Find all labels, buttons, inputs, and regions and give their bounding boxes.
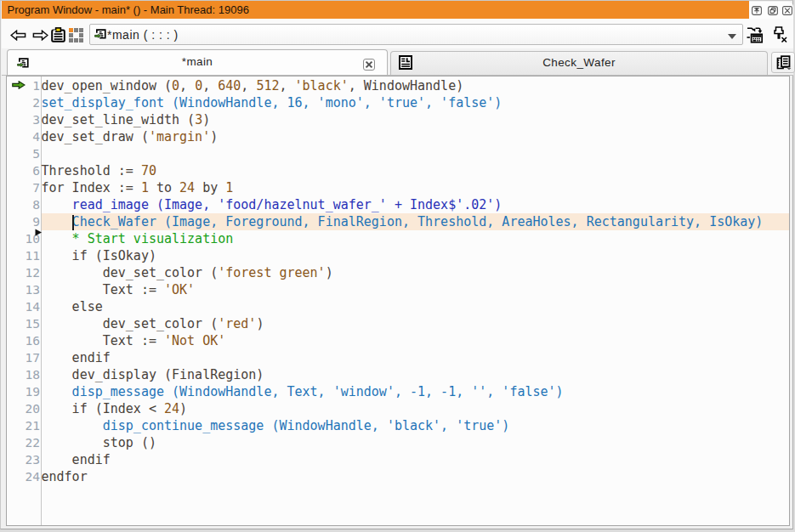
code-line-17[interactable]: 17 endif bbox=[7, 349, 789, 366]
code-line-text: Text := 'OK' bbox=[42, 281, 790, 298]
code-line-3[interactable]: 3dev_set_line_width (3) bbox=[7, 111, 789, 128]
code-line-21[interactable]: 21 disp_continue_message (WindowHandle, … bbox=[7, 417, 789, 434]
code-line-18[interactable]: 18 dev_display (FinalRegion) bbox=[7, 366, 789, 383]
toolbar: *main ( : : : ) bbox=[2, 19, 793, 48]
code-line-5[interactable]: 5 bbox=[7, 145, 789, 162]
titlebar[interactable]: Program Window - main* () - Main Thread:… bbox=[2, 1, 749, 19]
chevron-down-icon[interactable] bbox=[728, 34, 736, 39]
code-line-9[interactable]: 9 Check_Wafer (Image, Foreground, FinalR… bbox=[7, 213, 789, 230]
code-line-8[interactable]: 8 read_image (Image, 'food/hazelnut_wafe… bbox=[7, 196, 789, 213]
procedure-combobox[interactable]: *main ( : : : ) bbox=[89, 24, 743, 45]
code-line-7[interactable]: 7for Index := 1 to 24 by 1 bbox=[7, 179, 789, 196]
text-caret bbox=[72, 215, 74, 230]
line-number[interactable]: 7 bbox=[7, 179, 40, 196]
titlebar-buttons bbox=[749, 2, 793, 19]
code-line-20[interactable]: 20 if (Index < 24) bbox=[7, 400, 789, 417]
pin-icon bbox=[752, 6, 762, 15]
code-line-10[interactable]: 10 * Start visualization bbox=[7, 230, 789, 247]
line-number[interactable]: 11 bbox=[7, 247, 40, 264]
line-number[interactable]: 23 bbox=[7, 451, 40, 468]
unpin-button[interactable] bbox=[771, 26, 789, 43]
tab-check-wafer-label: Check_Wafer bbox=[391, 56, 767, 69]
code-line-text: Threshold := 70 bbox=[42, 162, 790, 179]
line-number[interactable]: 15 bbox=[7, 315, 40, 332]
code-line-2[interactable]: 2set_display_font (WindowHandle, 16, 'mo… bbox=[7, 94, 789, 111]
code-line-text: endif bbox=[42, 451, 790, 468]
line-number[interactable]: 8 bbox=[7, 196, 40, 213]
float-window-button[interactable] bbox=[768, 6, 778, 15]
code-line-4[interactable]: 4dev_set_draw ('margin') bbox=[7, 128, 789, 145]
code-line-11[interactable]: 11 if (IsOkay) bbox=[7, 247, 789, 264]
code-line-text: read_image (Image, 'food/hazelnut_wafer_… bbox=[42, 196, 790, 213]
line-number[interactable]: 22 bbox=[7, 434, 40, 451]
close-icon bbox=[782, 6, 792, 15]
line-number[interactable]: 9 bbox=[7, 213, 40, 230]
line-number[interactable]: 24 bbox=[7, 468, 40, 485]
code-line-16[interactable]: 16 Text := 'Not OK' bbox=[7, 332, 789, 349]
code-line-text: dev_display (FinalRegion) bbox=[42, 366, 790, 383]
code-line-text: endif bbox=[42, 349, 790, 366]
float-icon bbox=[768, 6, 778, 15]
tab-main[interactable]: *main bbox=[7, 49, 388, 76]
code-line-text: if (Index < 24) bbox=[42, 400, 790, 417]
code-line-text: dev_set_color ('red') bbox=[42, 315, 790, 332]
arrow-right-icon bbox=[32, 30, 48, 41]
code-line-12[interactable]: 12 dev_set_color ('forest green') bbox=[7, 264, 789, 281]
code-line-text: if (IsOkay) bbox=[42, 247, 790, 264]
clipboard-button[interactable] bbox=[51, 27, 65, 42]
code-line-text: endfor bbox=[42, 468, 790, 485]
transfer-to-window-icon bbox=[747, 26, 766, 43]
line-number[interactable]: 2 bbox=[7, 94, 40, 111]
tab-list-button[interactable] bbox=[771, 52, 795, 73]
transfer-window-button[interactable] bbox=[747, 26, 766, 43]
tab-close-button[interactable] bbox=[363, 59, 375, 71]
window-title: Program Window - main* () - Main Thread:… bbox=[8, 1, 249, 19]
insert-cursor-marker[interactable] bbox=[35, 229, 42, 236]
line-number[interactable]: 20 bbox=[7, 400, 40, 417]
line-number[interactable]: 17 bbox=[7, 349, 40, 366]
code-line-text: dev_open_window (0, 0, 640, 512, 'black'… bbox=[42, 77, 790, 94]
line-number[interactable]: 21 bbox=[7, 417, 40, 434]
line-number[interactable]: 16 bbox=[7, 332, 40, 349]
line-number[interactable]: 3 bbox=[7, 111, 40, 128]
grid-squares-icon bbox=[69, 28, 83, 42]
code-line-text: set_display_font (WindowHandle, 16, 'mon… bbox=[42, 94, 790, 111]
navigate-forward-button[interactable] bbox=[32, 30, 48, 41]
code-line-15[interactable]: 15 dev_set_color ('red') bbox=[7, 315, 789, 332]
pin-window-button[interactable] bbox=[752, 6, 762, 15]
code-line-1[interactable]: 1dev_open_window (0, 0, 640, 512, 'black… bbox=[7, 77, 789, 94]
grid-button[interactable] bbox=[69, 28, 83, 42]
line-number[interactable]: 6 bbox=[7, 162, 40, 179]
code-line-6[interactable]: 6Threshold := 70 bbox=[7, 162, 789, 179]
line-number[interactable]: 18 bbox=[7, 366, 40, 383]
code-line-text: for Index := 1 to 24 by 1 bbox=[42, 179, 790, 196]
tab-main-label: *main bbox=[8, 55, 387, 68]
code-line-19[interactable]: 19 disp_message (WindowHandle, Text, 'wi… bbox=[7, 383, 789, 400]
code-line-23[interactable]: 23 endif bbox=[7, 451, 789, 468]
line-number[interactable]: 19 bbox=[7, 383, 40, 400]
code-line-text: Text := 'Not OK' bbox=[42, 332, 790, 349]
navigate-back-button[interactable] bbox=[10, 30, 26, 41]
tab-check-wafer[interactable]: Check_Wafer bbox=[390, 51, 768, 76]
program-window: Program Window - main* () - Main Thread:… bbox=[0, 0, 793, 529]
line-number[interactable]: 14 bbox=[7, 298, 40, 315]
line-number[interactable]: 13 bbox=[7, 281, 40, 298]
code-line-13[interactable]: 13 Text := 'OK' bbox=[7, 281, 789, 298]
line-number[interactable]: 12 bbox=[7, 264, 40, 281]
line-number[interactable]: 5 bbox=[7, 145, 40, 162]
code-line-14[interactable]: 14 else bbox=[7, 298, 789, 315]
code-line-22[interactable]: 22 stop () bbox=[7, 434, 789, 451]
tabbar: *main Check_Wafer bbox=[2, 48, 793, 76]
code-line-24[interactable]: 24endfor bbox=[7, 468, 789, 485]
code-line-text: dev_set_line_width (3) bbox=[42, 111, 790, 128]
tab-list-icon bbox=[775, 54, 792, 71]
code-line-text: dev_set_draw ('margin') bbox=[42, 128, 790, 145]
code-line-text: * Start visualization bbox=[42, 230, 790, 247]
line-number[interactable]: 4 bbox=[7, 128, 40, 145]
code-line-text: Check_Wafer (Image, Foreground, FinalReg… bbox=[42, 213, 790, 230]
procedure-combobox-value: *main ( : : : ) bbox=[107, 25, 179, 44]
program-counter-arrow-icon[interactable] bbox=[12, 81, 26, 89]
code-line-text: stop () bbox=[42, 434, 790, 451]
code-editor[interactable]: 1dev_open_window (0, 0, 640, 512, 'black… bbox=[6, 76, 790, 526]
close-window-button[interactable] bbox=[782, 6, 792, 15]
